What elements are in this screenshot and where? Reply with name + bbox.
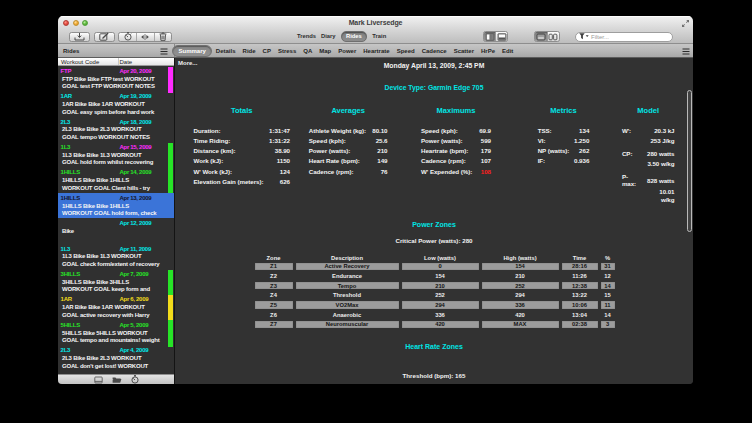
totals-title: Totals — [194, 106, 291, 115]
view-tab-rides[interactable]: Rides — [341, 31, 368, 42]
ride-entry-7[interactable]: Apr 12, 2009Bike — [58, 219, 175, 244]
view-tab-trends[interactable]: Trends — [297, 32, 316, 41]
metric-label: Heartrate (bpm): — [421, 147, 468, 154]
tab-edit[interactable]: Edit — [499, 46, 517, 56]
zones-header-cell: Low (watts) — [402, 255, 479, 263]
view-tab-train[interactable]: Train — [372, 32, 386, 41]
ride-entry-6[interactable]: 1HILLSApr 13, 20091HILLS Bike Bike 1HILL… — [58, 193, 175, 218]
ride-description-line: 1L3 Bike Bike 1L3 WORKOUT — [61, 152, 176, 160]
tabbar-menu-icon[interactable] — [682, 48, 690, 55]
tab-hrpe[interactable]: HrPe — [478, 46, 499, 56]
toggle-bottom-panel-button[interactable] — [495, 32, 507, 41]
fullscreen-icon[interactable] — [681, 19, 690, 28]
ride-entry-2[interactable]: 1ARApr 19, 20091AR Bike Bike 1AR WORKOUT… — [58, 92, 175, 117]
ride-description-line: 1HILLS Bike Bike 1HILLS — [61, 203, 176, 211]
tab-strip: Rides SummaryDetailsRideCPStressQAMapPow… — [58, 44, 693, 58]
zone-cell: VO2Max — [296, 301, 399, 309]
tab-heartrate[interactable]: Heartrate — [360, 46, 393, 56]
tab-cadence[interactable]: Cadence — [418, 46, 450, 56]
ride-entry-8[interactable]: 1L3Apr 11, 20091L3 Bike Bike 1L3 WORKOUT… — [58, 244, 175, 269]
sidebar-menu-icon[interactable] — [160, 48, 168, 55]
column-workout-code[interactable]: Workout Code — [61, 59, 99, 65]
tab-ride[interactable]: Ride — [239, 46, 259, 56]
metric-label: Duration: — [194, 127, 221, 134]
view-tab-diary[interactable]: Diary — [321, 32, 336, 41]
tabbed-view-button[interactable] — [535, 32, 547, 41]
ride-entry-10[interactable]: 1ARApr 6, 20091AR Bike Bike 1AR WORKOUTG… — [58, 295, 175, 320]
column-date[interactable]: Date — [120, 59, 133, 65]
vertical-scrollbar[interactable] — [687, 90, 693, 232]
model-value: 3.50 w/kg — [647, 160, 674, 167]
toggle-sidebar-button[interactable] — [484, 32, 495, 41]
averages-title: Averages — [309, 106, 388, 115]
split-activity-button[interactable] — [136, 33, 153, 41]
ride-color-bar — [168, 143, 173, 169]
zone-cell: 13:04 — [562, 311, 598, 319]
interval-button[interactable] — [119, 33, 136, 41]
ride-description-line: 5HILLS Bike 5HILLS WORKOUT — [61, 330, 176, 338]
tab-speed[interactable]: Speed — [393, 46, 418, 56]
zone-cell: 420 — [402, 321, 479, 329]
stopwatch-icon[interactable] — [131, 375, 139, 384]
model-value: 280 watts — [647, 150, 674, 157]
metric-row: Heartrate (bpm):179 — [421, 146, 491, 156]
metric-row: IF:0.936 — [538, 156, 590, 166]
model-title: Model — [622, 106, 675, 115]
metric-value: 1150 — [277, 157, 290, 164]
summary-view-icon[interactable] — [94, 376, 103, 384]
ride-entry-1[interactable]: FTPApr 20, 2009FTP Bike Bike FTP test WO… — [58, 67, 175, 92]
manual-activity-button[interactable] — [94, 32, 115, 42]
tab-power[interactable]: Power — [335, 46, 360, 56]
zones-header-cell: Time — [562, 255, 598, 263]
tiled-view-button[interactable] — [547, 32, 560, 41]
folder-icon[interactable] — [112, 376, 122, 384]
ride-entry-header-line: 2L3Apr 18, 2009 — [61, 119, 176, 127]
zone-cell: Z6 — [255, 311, 293, 319]
zone-cell: Active Recovery — [296, 263, 399, 271]
tab-stress[interactable]: Stress — [274, 46, 299, 56]
ride-entry-4[interactable]: 1L3Apr 15, 20091L3 Bike Bike 1L3 WORKOUT… — [58, 143, 175, 168]
tab-details[interactable]: Details — [212, 46, 239, 56]
ride-description-line: GOAL check form/extent of recovery — [61, 261, 176, 269]
zone-cell: Endurance — [296, 272, 399, 280]
tab-qa[interactable]: QA — [300, 46, 316, 56]
ride-entry-11[interactable]: 5HILLSApr 5, 20095HILLS Bike 5HILLS WORK… — [58, 320, 175, 345]
tab-cp[interactable]: CP — [259, 46, 274, 56]
filter-placeholder: Filter... — [591, 34, 609, 40]
ride-date: Apr 19, 2009 — [120, 93, 152, 101]
ride-entry-3[interactable]: 2L3Apr 18, 20092L3 Bike Bike 2L3 WORKOUT… — [58, 117, 175, 142]
ride-entry-5[interactable]: 1HILLSApr 14, 20091HILLS Bike Bike 1HILL… — [58, 168, 175, 193]
ride-code: 1L3 — [61, 246, 71, 254]
column-divider — [118, 58, 119, 65]
metric-label: Speed (kph): — [421, 127, 458, 134]
ride-entry-9[interactable]: 3HILLSApr 7, 20093HILLS Bike Bike 3HILLS… — [58, 270, 175, 295]
ride-description-line: 2L3 Bike Bike 2L3 WORKOUT — [61, 126, 176, 134]
metric-row: Work (kJ):1150 — [194, 156, 291, 166]
metric-value: 1:31:22 — [269, 137, 290, 144]
ride-list-header[interactable]: Workout Code Date — [58, 58, 175, 66]
metric-value: 69.9 — [479, 127, 491, 134]
ride-description-line: 3HILLS Bike Bike 3HILLS — [61, 279, 176, 287]
filter-field[interactable]: Filter... — [575, 32, 673, 42]
tab-summary[interactable]: Summary — [172, 45, 212, 57]
zone-cell: 31 — [601, 263, 615, 271]
tab-map[interactable]: Map — [316, 46, 335, 56]
metric-label: Speed (kph): — [309, 137, 346, 144]
delete-activity-button[interactable] — [154, 33, 171, 41]
zone-cell: 14 — [601, 311, 615, 319]
zone-row-z1: Z1Active Recovery015428:1631 — [255, 263, 615, 273]
ride-description-line: 2L3 Bike Bike 2L3 WORKOUT — [61, 355, 176, 363]
power-zones-table: ZoneDescriptionLow (watts)High (watts)Ti… — [255, 255, 615, 331]
tab-scatter[interactable]: Scatter — [450, 46, 477, 56]
import-button[interactable] — [69, 32, 90, 42]
ride-entry-12[interactable]: 2L3Apr 4, 20092L3 Bike Bike 2L3 WORKOUTG… — [58, 346, 175, 371]
metric-row: Elevation Gain (meters):626 — [194, 177, 291, 187]
metric-value: 107 — [481, 157, 491, 164]
ride-date: Apr 5, 2009 — [120, 322, 149, 330]
ride-entry-content: Apr 12, 2009Bike — [58, 219, 175, 244]
metric-row: TSS:134 — [538, 126, 590, 136]
view-switcher: TrendsDiaryRidesTrain — [297, 32, 386, 41]
ride-description-line: Bike — [61, 228, 176, 236]
ride-entry-content: 2L3Apr 4, 20092L3 Bike Bike 2L3 WORKOUTG… — [58, 346, 175, 371]
metric-row: Heart Rate (bpm):149 — [309, 156, 388, 166]
